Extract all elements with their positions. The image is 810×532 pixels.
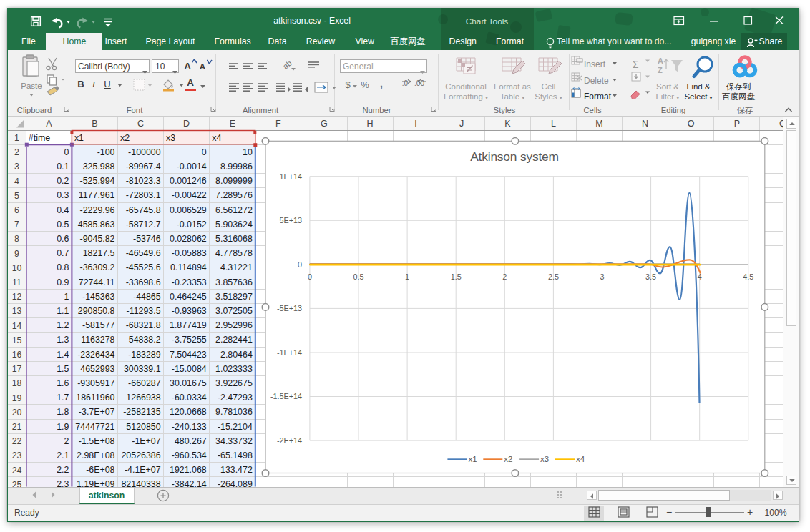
svg-text:0.2: 0.2: [57, 176, 69, 186]
svg-text:-65745.8: -65745.8: [126, 205, 161, 215]
svg-text:C: C: [137, 119, 144, 129]
svg-text:-58712.7: -58712.7: [126, 220, 161, 230]
svg-text:-660287: -660287: [128, 378, 161, 388]
svg-text:20: 20: [12, 408, 22, 418]
svg-text:L: L: [551, 119, 556, 129]
svg-text:34.33732: 34.33732: [215, 436, 253, 446]
svg-text:5E+13: 5E+13: [279, 216, 302, 225]
svg-text:-525.994: -525.994: [80, 176, 115, 186]
svg-text:1.8: 1.8: [57, 407, 69, 417]
svg-text:480.267: 480.267: [175, 436, 207, 446]
svg-text:2.1: 2.1: [57, 450, 69, 460]
svg-text:19: 19: [12, 393, 22, 403]
svg-text:-4.1E+07: -4.1E+07: [125, 465, 161, 475]
svg-text:18: 18: [12, 378, 22, 388]
svg-text:2.952996: 2.952996: [215, 320, 253, 330]
svg-text:4: 4: [698, 272, 702, 281]
svg-text:1: 1: [14, 133, 19, 143]
svg-text:5.903624: 5.903624: [215, 220, 253, 230]
svg-text:x1: x1: [468, 455, 477, 463]
svg-text:2.3: 2.3: [57, 479, 69, 486]
svg-text:ab: ab: [281, 59, 293, 71]
svg-text:2.282441: 2.282441: [215, 335, 253, 345]
svg-text:20526386: 20526386: [121, 450, 160, 460]
svg-text:13: 13: [12, 306, 22, 316]
svg-text:-100000: -100000: [128, 147, 161, 157]
svg-text:1163278: 1163278: [81, 335, 114, 345]
svg-text:21: 21: [12, 422, 22, 432]
svg-text:P: P: [734, 119, 740, 129]
svg-text:9: 9: [14, 249, 19, 259]
svg-text:N: N: [642, 119, 648, 129]
svg-text:0.7: 0.7: [57, 248, 69, 258]
svg-text:2.2: 2.2: [57, 465, 69, 475]
svg-text:25: 25: [12, 480, 22, 487]
svg-text:-11293.5: -11293.5: [127, 306, 161, 316]
svg-text:3: 3: [600, 272, 604, 281]
svg-text:1.1: 1.1: [57, 306, 69, 316]
svg-text:2.80464: 2.80464: [220, 350, 253, 360]
svg-text:0.4: 0.4: [57, 205, 69, 215]
svg-text:-68321.8: -68321.8: [126, 320, 161, 330]
svg-text:1.2: 1.2: [57, 320, 69, 330]
svg-text:10: 10: [12, 263, 22, 273]
svg-text:2.5: 2.5: [548, 272, 559, 281]
svg-text:0.114894: 0.114894: [170, 262, 207, 272]
svg-text:B: B: [92, 119, 97, 129]
svg-text:4652993: 4652993: [80, 364, 114, 374]
svg-text:0.5: 0.5: [57, 220, 69, 230]
svg-text:-145363: -145363: [82, 292, 115, 302]
svg-text:1E+14: 1E+14: [279, 172, 302, 181]
svg-text:74447721: 74447721: [75, 422, 114, 432]
svg-text:2: 2: [14, 147, 19, 157]
svg-text:1: 1: [405, 272, 409, 281]
svg-text:1.19E+09: 1.19E+09: [77, 479, 115, 486]
svg-text:-3.7E+07: -3.7E+07: [79, 407, 115, 417]
svg-text:-2E+14: -2E+14: [277, 436, 302, 445]
svg-text:7.289576: 7.289576: [215, 190, 253, 200]
svg-text:-2229.96: -2229.96: [80, 205, 115, 215]
svg-text:-60.0334: -60.0334: [172, 393, 207, 403]
svg-text:-1.5E+14: -1.5E+14: [270, 392, 302, 400]
svg-text:0.006529: 0.006529: [170, 205, 207, 215]
svg-text:M: M: [595, 119, 602, 129]
svg-text:x2: x2: [120, 133, 130, 143]
svg-text:1.6: 1.6: [57, 378, 69, 388]
svg-text:J: J: [459, 119, 464, 129]
svg-text:2: 2: [64, 436, 69, 446]
svg-text:2: 2: [502, 272, 507, 281]
svg-text:-1E+07: -1E+07: [132, 436, 160, 446]
svg-text:-46549.6: -46549.6: [126, 248, 161, 258]
svg-text:7: 7: [14, 220, 19, 230]
svg-text:A: A: [46, 119, 52, 129]
svg-text:1.9: 1.9: [57, 422, 69, 432]
svg-text:-0.0014: -0.0014: [177, 162, 207, 172]
svg-text:-9305917: -9305917: [77, 378, 114, 388]
svg-text:1.4: 1.4: [57, 350, 69, 360]
svg-text:0: 0: [202, 147, 207, 157]
svg-text:6.561272: 6.561272: [215, 205, 253, 215]
svg-text:-44865: -44865: [133, 292, 161, 302]
svg-text:23: 23: [12, 450, 22, 460]
svg-text:-100: -100: [97, 147, 115, 157]
svg-text:1.877419: 1.877419: [170, 320, 207, 330]
svg-text:0: 0: [308, 272, 312, 281]
svg-text:3: 3: [14, 162, 19, 172]
svg-text:24: 24: [12, 466, 22, 476]
svg-text:17: 17: [12, 364, 22, 374]
svg-text:-240.133: -240.133: [172, 422, 207, 432]
svg-text:1.5: 1.5: [57, 364, 69, 374]
svg-text:0.464245: 0.464245: [170, 292, 207, 302]
svg-text:I: I: [414, 119, 416, 129]
svg-text:H: H: [366, 119, 373, 129]
svg-text:0: 0: [298, 260, 302, 269]
svg-text:5120850: 5120850: [126, 422, 160, 432]
svg-text:3.518297: 3.518297: [215, 292, 253, 302]
svg-text:-9045.82: -9045.82: [80, 234, 115, 244]
svg-text:8.99986: 8.99986: [220, 162, 253, 172]
svg-text:9.781036: 9.781036: [215, 407, 253, 417]
svg-text:-0.93963: -0.93963: [172, 306, 207, 316]
svg-text:0.001246: 0.001246: [170, 176, 207, 186]
svg-text:6: 6: [14, 205, 19, 215]
svg-text:0.6: 0.6: [57, 234, 69, 244]
